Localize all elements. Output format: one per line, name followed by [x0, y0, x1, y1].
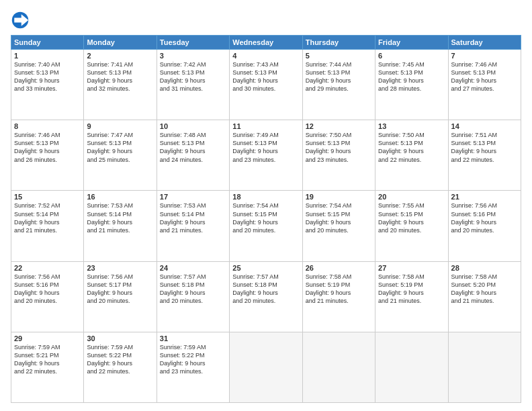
day-info: Sunrise: 7:51 AMSunset: 5:13 PMDaylight:…	[451, 132, 498, 163]
day-info: Sunrise: 7:46 AMSunset: 5:13 PMDaylight:…	[14, 132, 60, 163]
day-number: 28	[451, 264, 518, 272]
day-number: 1	[14, 52, 81, 60]
day-cell: 23Sunrise: 7:56 AMSunset: 5:17 PMDayligh…	[84, 261, 157, 332]
day-number: 21	[451, 193, 518, 201]
calendar-table: SundayMondayTuesdayWednesdayThursdayFrid…	[11, 35, 521, 403]
day-info: Sunrise: 7:57 AMSunset: 5:18 PMDaylight:…	[160, 273, 206, 304]
day-number: 8	[14, 122, 81, 130]
logo	[11, 11, 31, 30]
day-cell: 22Sunrise: 7:56 AMSunset: 5:16 PMDayligh…	[11, 261, 84, 332]
day-info: Sunrise: 7:49 AMSunset: 5:13 PMDaylight:…	[232, 132, 279, 163]
day-number: 16	[87, 193, 153, 201]
col-header-thursday: Thursday	[302, 36, 375, 50]
day-info: Sunrise: 7:58 AMSunset: 5:19 PMDaylight:…	[306, 273, 352, 304]
day-number: 13	[378, 122, 445, 130]
day-cell: 10Sunrise: 7:48 AMSunset: 5:13 PMDayligh…	[157, 120, 229, 191]
day-cell: 18Sunrise: 7:54 AMSunset: 5:15 PMDayligh…	[230, 191, 302, 261]
day-info: Sunrise: 7:46 AMSunset: 5:13 PMDaylight:…	[451, 61, 498, 92]
col-header-wednesday: Wednesday	[230, 36, 302, 50]
day-cell	[375, 332, 448, 402]
col-header-monday: Monday	[84, 36, 157, 50]
day-info: Sunrise: 7:43 AMSunset: 5:13 PMDaylight:…	[232, 61, 279, 92]
day-cell: 11Sunrise: 7:49 AMSunset: 5:13 PMDayligh…	[230, 120, 302, 191]
day-info: Sunrise: 7:55 AMSunset: 5:15 PMDaylight:…	[378, 202, 425, 233]
col-header-tuesday: Tuesday	[157, 36, 229, 50]
day-number: 7	[451, 52, 518, 60]
day-cell: 4Sunrise: 7:43 AMSunset: 5:13 PMDaylight…	[230, 50, 302, 120]
day-cell: 17Sunrise: 7:53 AMSunset: 5:14 PMDayligh…	[157, 191, 229, 261]
day-info: Sunrise: 7:58 AMSunset: 5:19 PMDaylight:…	[378, 273, 425, 304]
day-info: Sunrise: 7:58 AMSunset: 5:20 PMDaylight:…	[451, 273, 498, 304]
week-row-4: 22Sunrise: 7:56 AMSunset: 5:16 PMDayligh…	[11, 261, 521, 332]
day-cell: 31Sunrise: 7:59 AMSunset: 5:22 PMDayligh…	[157, 332, 229, 402]
day-info: Sunrise: 7:53 AMSunset: 5:14 PMDaylight:…	[160, 202, 206, 233]
day-info: Sunrise: 7:44 AMSunset: 5:13 PMDaylight:…	[306, 61, 352, 92]
day-info: Sunrise: 7:57 AMSunset: 5:18 PMDaylight:…	[232, 273, 279, 304]
day-cell: 16Sunrise: 7:53 AMSunset: 5:14 PMDayligh…	[84, 191, 157, 261]
day-number: 31	[160, 334, 226, 342]
day-info: Sunrise: 7:48 AMSunset: 5:13 PMDaylight:…	[160, 132, 206, 163]
day-cell: 21Sunrise: 7:56 AMSunset: 5:16 PMDayligh…	[448, 191, 521, 261]
day-cell: 30Sunrise: 7:59 AMSunset: 5:22 PMDayligh…	[84, 332, 157, 402]
day-info: Sunrise: 7:50 AMSunset: 5:13 PMDaylight:…	[378, 132, 425, 163]
day-info: Sunrise: 7:52 AMSunset: 5:14 PMDaylight:…	[14, 202, 60, 233]
day-number: 20	[378, 193, 445, 201]
day-number: 26	[306, 264, 372, 272]
day-number: 27	[378, 264, 445, 272]
col-header-friday: Friday	[375, 36, 448, 50]
day-info: Sunrise: 7:45 AMSunset: 5:13 PMDaylight:…	[378, 61, 425, 92]
day-info: Sunrise: 7:59 AMSunset: 5:22 PMDaylight:…	[160, 344, 206, 375]
day-cell: 27Sunrise: 7:58 AMSunset: 5:19 PMDayligh…	[375, 261, 448, 332]
day-info: Sunrise: 7:40 AMSunset: 5:13 PMDaylight:…	[14, 61, 60, 92]
day-cell	[448, 332, 521, 402]
page: SundayMondayTuesdayWednesdayThursdayFrid…	[0, 0, 532, 411]
day-info: Sunrise: 7:53 AMSunset: 5:14 PMDaylight:…	[87, 202, 133, 233]
day-cell: 24Sunrise: 7:57 AMSunset: 5:18 PMDayligh…	[157, 261, 229, 332]
day-cell: 8Sunrise: 7:46 AMSunset: 5:13 PMDaylight…	[11, 120, 84, 191]
day-info: Sunrise: 7:41 AMSunset: 5:13 PMDaylight:…	[87, 61, 133, 92]
day-number: 24	[160, 264, 226, 272]
day-number: 15	[14, 193, 81, 201]
day-cell: 12Sunrise: 7:50 AMSunset: 5:13 PMDayligh…	[302, 120, 375, 191]
day-cell: 20Sunrise: 7:55 AMSunset: 5:15 PMDayligh…	[375, 191, 448, 261]
week-row-2: 8Sunrise: 7:46 AMSunset: 5:13 PMDaylight…	[11, 120, 521, 191]
day-info: Sunrise: 7:42 AMSunset: 5:13 PMDaylight:…	[160, 61, 206, 92]
header	[11, 8, 521, 30]
day-cell: 26Sunrise: 7:58 AMSunset: 5:19 PMDayligh…	[302, 261, 375, 332]
day-number: 14	[451, 122, 518, 130]
day-info: Sunrise: 7:50 AMSunset: 5:13 PMDaylight:…	[306, 132, 352, 163]
day-number: 9	[87, 122, 153, 130]
day-cell: 28Sunrise: 7:58 AMSunset: 5:20 PMDayligh…	[448, 261, 521, 332]
day-number: 11	[232, 122, 299, 130]
day-info: Sunrise: 7:56 AMSunset: 5:16 PMDaylight:…	[451, 202, 498, 233]
day-cell	[230, 332, 302, 402]
col-header-saturday: Saturday	[448, 36, 521, 50]
day-info: Sunrise: 7:54 AMSunset: 5:15 PMDaylight:…	[306, 202, 352, 233]
day-cell: 7Sunrise: 7:46 AMSunset: 5:13 PMDaylight…	[448, 50, 521, 120]
col-header-sunday: Sunday	[11, 36, 84, 50]
day-number: 2	[87, 52, 153, 60]
day-cell: 5Sunrise: 7:44 AMSunset: 5:13 PMDaylight…	[302, 50, 375, 120]
week-row-3: 15Sunrise: 7:52 AMSunset: 5:14 PMDayligh…	[11, 191, 521, 261]
day-cell: 19Sunrise: 7:54 AMSunset: 5:15 PMDayligh…	[302, 191, 375, 261]
day-cell: 3Sunrise: 7:42 AMSunset: 5:13 PMDaylight…	[157, 50, 229, 120]
day-info: Sunrise: 7:56 AMSunset: 5:17 PMDaylight:…	[87, 273, 133, 304]
day-number: 23	[87, 264, 153, 272]
day-cell: 15Sunrise: 7:52 AMSunset: 5:14 PMDayligh…	[11, 191, 84, 261]
day-info: Sunrise: 7:54 AMSunset: 5:15 PMDaylight:…	[232, 202, 279, 233]
day-cell: 25Sunrise: 7:57 AMSunset: 5:18 PMDayligh…	[230, 261, 302, 332]
week-row-5: 29Sunrise: 7:59 AMSunset: 5:21 PMDayligh…	[11, 332, 521, 402]
day-number: 22	[14, 264, 81, 272]
day-number: 19	[306, 193, 372, 201]
day-number: 6	[378, 52, 445, 60]
day-number: 4	[232, 52, 299, 60]
day-cell: 14Sunrise: 7:51 AMSunset: 5:13 PMDayligh…	[448, 120, 521, 191]
day-info: Sunrise: 7:59 AMSunset: 5:21 PMDaylight:…	[14, 344, 60, 375]
day-cell: 6Sunrise: 7:45 AMSunset: 5:13 PMDaylight…	[375, 50, 448, 120]
day-number: 5	[306, 52, 372, 60]
day-info: Sunrise: 7:56 AMSunset: 5:16 PMDaylight:…	[14, 273, 60, 304]
day-cell: 13Sunrise: 7:50 AMSunset: 5:13 PMDayligh…	[375, 120, 448, 191]
day-info: Sunrise: 7:47 AMSunset: 5:13 PMDaylight:…	[87, 132, 133, 163]
day-cell: 1Sunrise: 7:40 AMSunset: 5:13 PMDaylight…	[11, 50, 84, 120]
day-info: Sunrise: 7:59 AMSunset: 5:22 PMDaylight:…	[87, 344, 133, 375]
